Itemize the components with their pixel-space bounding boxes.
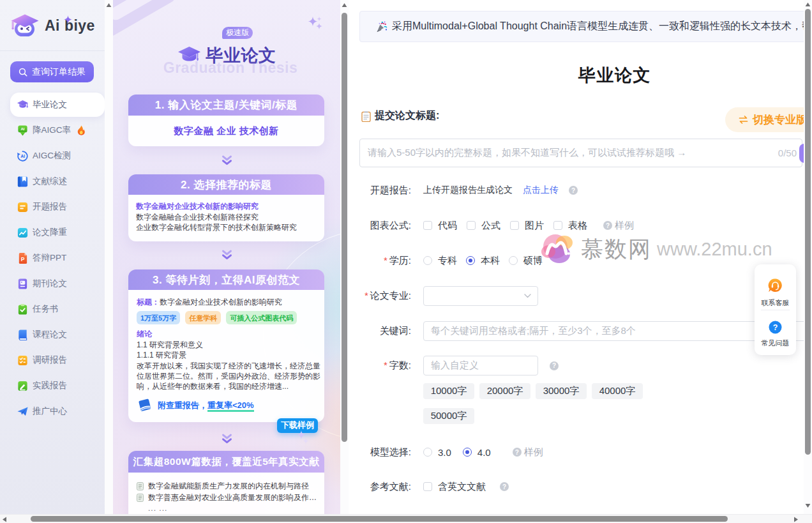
sidebar-item-practice-report[interactable]: 实践报告 xyxy=(0,373,105,398)
radio-junior-college[interactable]: 专科 xyxy=(423,255,457,267)
recommended-title[interactable]: 企业数字金融化转型背景下的技术创新策略研究 xyxy=(136,222,324,233)
promo-subtitle: Graduation Thesis xyxy=(117,59,340,77)
sample-body: 位居世界第二位。然而，受国内外政治、经济形势的影 xyxy=(137,371,318,381)
keywords-input[interactable]: 每个关键词用空格或者;隔开，至少3个，至多8个 xyxy=(423,321,804,341)
sidebar-item-task-book[interactable]: 任务书 xyxy=(0,296,105,322)
course-book-icon xyxy=(17,329,29,341)
sidebar: Ai biye 查询订单结果 毕业论文 AI 降AIGC率 AI AIGC检测 … xyxy=(0,0,105,514)
svg-text:?: ? xyxy=(773,323,778,332)
tag-wordcount: 1万至5万字 xyxy=(137,311,180,324)
sidebar-item-course-paper[interactable]: 课程论文 xyxy=(0,322,105,347)
faq-button[interactable]: ? 常见问题 xyxy=(755,321,796,348)
size-button-20000[interactable]: 20000字 xyxy=(479,383,530,399)
size-button-10000[interactable]: 10000字 xyxy=(423,383,474,399)
clipboard-icon xyxy=(361,110,371,122)
help-icon[interactable]: ? xyxy=(513,448,522,457)
scroll-up-arrow xyxy=(342,3,347,8)
submit-title-label-row: 提交论文标题: xyxy=(361,109,439,123)
checkbox-icon xyxy=(510,221,519,230)
sidebar-item-aigc-detect[interactable]: AI AIGC检测 xyxy=(0,143,105,169)
size-button-30000[interactable]: 30000字 xyxy=(536,383,587,399)
swap-arrows-icon xyxy=(738,115,749,125)
query-order-button[interactable]: 查询订单结果 xyxy=(10,61,94,82)
radio-checked-icon xyxy=(463,448,472,457)
checkbox-english-reference[interactable]: 含英文文献 xyxy=(423,481,486,493)
contact-service-button[interactable]: 联系客服 xyxy=(755,278,796,308)
survey-checklist-icon xyxy=(17,354,29,367)
report-note: 附查重报告，重复率<20% xyxy=(137,398,318,414)
sidebar-item-graduation-thesis[interactable]: 毕业论文 xyxy=(10,93,105,117)
sidebar-item-journal-paper[interactable]: 期刊论文 xyxy=(0,271,105,296)
radio-bachelor[interactable]: 本科 xyxy=(466,255,500,267)
checkbox-formula[interactable]: 公式 xyxy=(467,220,500,232)
step2-header: 2. 选择推荐的标题 xyxy=(128,174,324,195)
char-counter: 0/50 xyxy=(778,148,797,158)
recommended-title[interactable]: 数字金融融合企业技术创新路径探究 xyxy=(136,212,324,223)
switch-pro-button[interactable]: 切换专业版 xyxy=(725,107,804,132)
sidebar-item-proposal-report[interactable]: 开题报告 xyxy=(0,194,105,220)
radio-model-4[interactable]: 4.0 xyxy=(463,447,491,458)
sidebar-item-paper-dedup[interactable]: 论文降重 xyxy=(0,220,105,245)
scroll-left-arrow xyxy=(2,517,7,522)
checkbox-table[interactable]: 表格 xyxy=(553,220,587,232)
degree-label: *学历: xyxy=(359,255,411,267)
tag-formula: 可插入公式图表代码 xyxy=(226,311,297,324)
brand-logo[interactable]: Ai biye xyxy=(10,13,95,38)
scrollbar-thumb xyxy=(31,516,728,522)
help-icon[interactable]: ? xyxy=(569,186,578,195)
upload-link[interactable]: 点击上传 xyxy=(523,185,559,196)
sidebar-item-literature-review[interactable]: 文献综述 xyxy=(0,169,105,194)
sidebar-scrollbar[interactable] xyxy=(105,0,113,514)
radio-master-phd[interactable]: 硕博 xyxy=(509,255,543,267)
proposal-doc-icon xyxy=(17,201,29,213)
step1-header: 1. 输入论文主题/关键词/标题 xyxy=(128,95,324,116)
scrollbar-thumb xyxy=(805,9,811,455)
help-icon[interactable]: ? xyxy=(550,361,559,370)
reduce-aigc-icon: AI xyxy=(17,125,29,137)
major-label: *论文专业: xyxy=(359,290,411,302)
sidebar-item-reduce-aigc[interactable]: AI 降AIGC率 xyxy=(0,117,105,143)
checkbox-code[interactable]: 代码 xyxy=(423,220,457,232)
major-select[interactable] xyxy=(423,286,538,306)
major-row: *论文专业: xyxy=(359,286,804,306)
switch-pro-label: 切换专业版 xyxy=(753,112,804,127)
radio-checked-icon xyxy=(466,256,475,265)
double-chevron-down-icon xyxy=(221,155,233,165)
degree-row: *学历: 专科 本科 硕博 xyxy=(359,251,804,270)
size-button-50000[interactable]: 50000字 xyxy=(423,408,474,424)
sample-body: 响，从近些年的数据来看，我国的经济增速... xyxy=(137,381,318,391)
sidebar-item-promotion-center[interactable]: 推广中心 xyxy=(0,398,105,424)
sidebar-item-survey-report[interactable]: 调研报告 xyxy=(0,347,105,373)
search-icon xyxy=(19,68,27,77)
sample-outline: 1.1 研究背景和意义 xyxy=(137,340,318,350)
sparkle-icon xyxy=(306,17,323,32)
help-icon[interactable]: ? xyxy=(603,221,612,230)
words-placeholder: 输入自定义 xyxy=(431,360,479,372)
sample-link[interactable]: 样例 xyxy=(615,220,634,232)
words-input[interactable]: 输入自定义 xyxy=(423,356,538,375)
recommended-title-selected[interactable]: 数字金融对企业技术创新的影响研究 xyxy=(136,201,324,212)
checkbox-icon xyxy=(423,221,432,230)
checkbox-icon xyxy=(423,482,432,491)
model-row: 模型选择: 3.0 4.0 ? 样例 xyxy=(359,443,804,462)
form-scrollbar[interactable] xyxy=(340,0,349,514)
size-button-40000[interactable]: 40000字 xyxy=(592,383,643,399)
thesis-title-input[interactable]: 请输入5-50字以内的完整标题，如果不知道写什么，可以试试推荐标题哦 → 0/5… xyxy=(359,139,802,167)
step2-card: 2. 选择推荐的标题 数字金融对企业技术创新的影响研究 数字金融融合企业技术创新… xyxy=(128,174,324,241)
radio-model-3[interactable]: 3.0 xyxy=(423,447,451,458)
scroll-down-arrow xyxy=(805,503,811,508)
keywords-placeholder: 每个关键词用空格或者;隔开，至少3个，至多8个 xyxy=(431,325,636,337)
words-row: *字数: 输入自定义 ? xyxy=(359,356,804,375)
page-scrollbar[interactable] xyxy=(804,0,812,514)
submit-title-label: 提交论文标题: xyxy=(375,109,439,123)
ppt-doc-icon: P xyxy=(17,252,29,264)
horizontal-scrollbar[interactable] xyxy=(0,514,812,523)
main-panel: 采用Multimodal+Global Thought Chain语言模型生成连… xyxy=(349,0,804,514)
aigc-detect-icon: AI xyxy=(17,150,29,162)
help-icon[interactable]: ? xyxy=(500,482,509,491)
sample-link[interactable]: 样例 xyxy=(524,446,543,459)
checkbox-icon xyxy=(467,221,476,230)
recommend-title-button[interactable] xyxy=(799,144,804,163)
sidebar-item-defense-ppt[interactable]: P 答辩PPT xyxy=(0,245,105,271)
checkbox-image[interactable]: 图片 xyxy=(510,220,544,232)
